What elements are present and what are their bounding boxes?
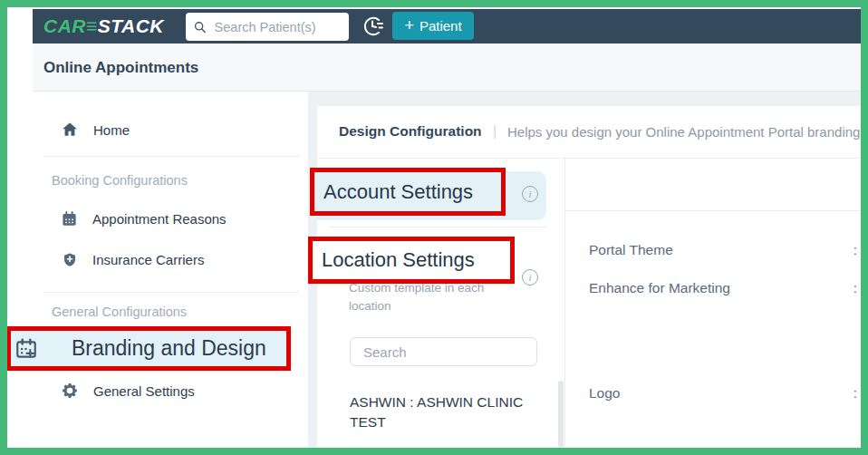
setting-label: Logo: [589, 385, 620, 402]
app-window: CAR≡STACK + Patient Online Appointments …: [0, 0, 868, 455]
setting-label: Portal Theme: [589, 242, 673, 258]
sidebar-divider: [43, 292, 299, 293]
sidebar-item-branding-and-design-highlighted[interactable]: Branding and Design: [6, 326, 291, 371]
gear-icon: [61, 382, 79, 400]
sidebar-item-general-settings[interactable]: General Settings: [61, 382, 195, 400]
title-separator: |: [493, 118, 497, 145]
scrollbar-thumb[interactable]: [558, 381, 564, 448]
card-subtitle: Helps you design your Online Appointment…: [507, 118, 862, 145]
location-search-box[interactable]: [350, 337, 537, 366]
sidebar-item-label: Branding and Design: [72, 336, 266, 361]
setting-row-enhance-for-marketing: Enhance for Marketing :: [589, 280, 857, 296]
add-patient-button[interactable]: + Patient: [392, 12, 474, 40]
panel-vertical-divider: [564, 159, 565, 448]
patient-search-box[interactable]: [186, 13, 349, 41]
location-search-input[interactable]: [362, 344, 545, 361]
sidebar-item-label: Home: [93, 122, 130, 138]
setting-colon: :: [854, 385, 857, 402]
setting-row-portal-theme: Portal Theme :: [589, 242, 857, 258]
calendar-icon: [61, 210, 78, 228]
setting-label: Enhance for Marketing: [589, 280, 730, 296]
sidebar-item-appointment-reasons[interactable]: Appointment Reasons: [61, 210, 227, 228]
search-icon: [193, 19, 207, 35]
tab-description-location-settings: Custom template in each location: [349, 279, 512, 315]
patient-search-input[interactable]: [213, 19, 342, 35]
recent-activity-clock-icon[interactable]: [360, 14, 385, 39]
logo-text-care: CAR: [43, 15, 86, 37]
sidebar-item-insurance-carriers[interactable]: Insurance Carriers: [62, 251, 204, 268]
card-title: Design Configuration: [339, 118, 482, 145]
setting-row-logo: Logo :: [589, 385, 857, 402]
info-icon[interactable]: i: [522, 186, 538, 202]
shield-plus-icon: [62, 251, 78, 268]
location-list-item[interactable]: ASHWIN : ASHWIN CLINIC TEST: [350, 392, 535, 432]
info-icon[interactable]: i: [522, 269, 538, 286]
plus-icon: +: [404, 16, 414, 35]
right-panel-divider: [564, 210, 862, 211]
setting-colon: :: [854, 242, 857, 258]
tab-label-location-settings: Location Settings: [322, 248, 475, 272]
home-icon: [61, 121, 79, 139]
page-background-gap: [308, 92, 862, 106]
sidebar-item-home[interactable]: Home: [61, 121, 130, 139]
annotation-box-location-settings: Location Settings: [308, 237, 515, 284]
page-title: Online Appointments: [43, 44, 198, 92]
sidebar-item-label: General Settings: [93, 383, 195, 399]
carestack-logo: CAR≡STACK: [43, 9, 164, 44]
sidebar-section-booking-configurations: Booking Configurations: [52, 173, 188, 188]
setting-colon: :: [854, 280, 857, 296]
sidebar-section-general-configurations: General Configurations: [52, 305, 187, 319]
calendar-plus-icon: [14, 337, 38, 361]
tab-divider: [330, 227, 546, 228]
add-patient-label: Patient: [420, 18, 462, 34]
logo-e-bars-icon: ≡: [86, 15, 98, 37]
sidebar-divider: [43, 156, 299, 157]
sidebar-item-label: Appointment Reasons: [92, 211, 227, 227]
logo-text-stack: STACK: [98, 15, 164, 37]
sidebar-item-label: Insurance Carriers: [92, 252, 204, 267]
tab-label-account-settings: Account Settings: [323, 180, 473, 204]
card-header-divider: [317, 158, 862, 159]
annotation-box-account-settings: Account Settings: [310, 168, 506, 216]
